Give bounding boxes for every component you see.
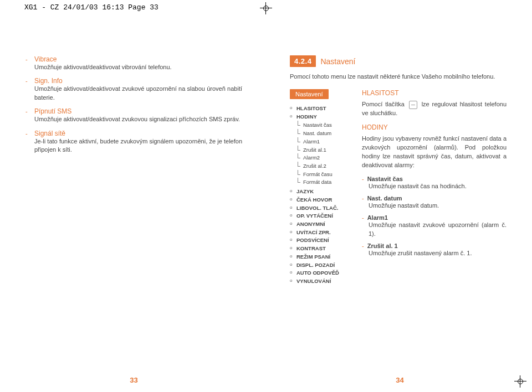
menu-subitem: Zrušit al.1 [298,146,352,154]
menu-item: HLASITOST [290,105,352,113]
menu-subitem: Alarm2 [298,154,352,162]
feature-desc: Umožňuje aktivovat/deaktivovat vibrování… [34,63,242,71]
sub-title: Zrušit al. 1 [367,243,398,249]
section-number: 4.2.4 [290,55,316,67]
two-column-layout: Nastavení HLASITOST HODINY Nastavit čas … [290,89,507,286]
sub-zrusit-al1: -Zrušit al. 1 Umožňuje zrušit nastavený … [362,243,507,257]
menu-item: JAZYK [290,188,352,196]
menu-item: ANONYMNÍ [290,220,352,229]
menu-subitem: Alarm1 [298,138,352,146]
menu-item: LIBOVOL. TLAČ. [290,204,352,213]
menu-header: Nastavení [290,89,329,99]
menu-item: VYNULOVÁNÍ [290,277,352,286]
menu-item: KONTRAST [290,245,352,253]
menu-item: AUTO ODPOVĚĎ [290,269,352,277]
para-hlasitost: Pomocí tlačítka lze regulovat hlasitost … [362,100,507,118]
menu-subitem: Zrušit al.2 [298,162,352,171]
menu-item: OP. VYTÁČENÍ [290,212,352,220]
feature-title: Signál sítě [34,130,65,137]
crop-mark-top [260,2,272,14]
menu-item: UVÍTACÍ ZPR. [290,229,352,237]
feature-desc: Umožňuje aktivovat/deaktivovat zvukové u… [34,85,242,102]
rocker-button-icon [409,101,417,109]
heading-hodiny: HODINY [362,123,507,131]
sub-nast-datum: -Nast. datum Umožňuje nastavit datum. [362,195,507,210]
page-number-right: 34 [396,376,403,384]
menu-subitem: Formát data [298,178,352,187]
sub-desc: Umožňuje zrušit nastavený alarm č. 1. [369,249,507,257]
feature-title: Pípnutí SMS [34,107,71,115]
sub-nastavit-cas: -Nastavit čas Umožňuje nastavit čas na h… [362,176,507,190]
sub-desc: Umožňuje nastavit čas na hodinách. [369,182,507,190]
menu-item: ČEKÁ HOVOR [290,196,352,204]
section-heading: 4.2.4 Nastavení [290,55,355,67]
page-left: -Vibrace Umožňuje aktivovat/deaktivovat … [0,25,268,392]
feature-desc: Umožňuje aktivovat/deaktivovat zvukovou … [34,115,242,123]
feature-pipnuti-sms: -Pípnutí SMS Umožňuje aktivovat/deaktivo… [25,107,242,123]
description-column: HLASITOST Pomocí tlačítka lze regulovat … [362,89,507,286]
sub-desc: Umožňuje nastavit datum. [369,202,507,210]
menu-subitem: Nastavit čas [298,121,352,130]
page-number-left: 33 [130,376,137,384]
menu-column: Nastavení HLASITOST HODINY Nastavit čas … [290,89,352,286]
menu-item-label: HODINY [296,114,317,120]
section-title: Nastavení [320,57,355,66]
feature-sign-info: -Sign. Info Umožňuje aktivovat/deaktivov… [25,77,242,102]
feature-title: Sign. Info [34,77,63,85]
text: Pomocí tlačítka [362,101,405,107]
para-hodiny: Hodiny jsou vybaveny rovněž funkcí nasta… [362,135,507,170]
spread: -Vibrace Umožňuje aktivovat/deaktivovat … [0,25,532,392]
menu-list: HLASITOST HODINY Nastavit čas Nast. datu… [290,105,352,286]
section-intro: Pomocí tohoto menu lze nastavit některé … [290,73,507,81]
feature-signal-site: -Signál sítě Je-li tato funkce aktivní, … [25,130,242,154]
menu-sublist: Nastavit čas Nast. datum Alarm1 Zrušit a… [298,121,352,187]
sub-title: Nast. datum [367,195,402,202]
menu-item: DISPL. POZADÍ [290,261,352,270]
heading-hlasitost: HLASITOST [362,89,507,97]
menu-item: HODINY Nastavit čas Nast. datum Alarm1 Z… [290,113,352,187]
menu-item: REŽIM PSANÍ [290,253,352,261]
sub-title: Alarm1 [367,214,388,221]
menu-subitem: Nast. datum [298,130,352,138]
feature-title: Vibrace [34,55,57,63]
sub-desc: Umožňuje nastavit zvukové upozornění (al… [369,221,507,238]
sub-title: Nastavit čas [367,176,403,182]
feature-vibrace: -Vibrace Umožňuje aktivovat/deaktivovat … [25,55,242,71]
sub-alarm1: -Alarm1 Umožňuje nastavit zvukové upozor… [362,214,507,238]
menu-item: PODSVÍCENÍ [290,236,352,245]
page-right: 4.2.4 Nastavení Pomocí tohoto menu lze n… [268,25,532,392]
feature-desc: Je-li tato funkce aktivní, budete zvukov… [34,137,242,154]
menu-subitem: Formát času [298,171,352,179]
